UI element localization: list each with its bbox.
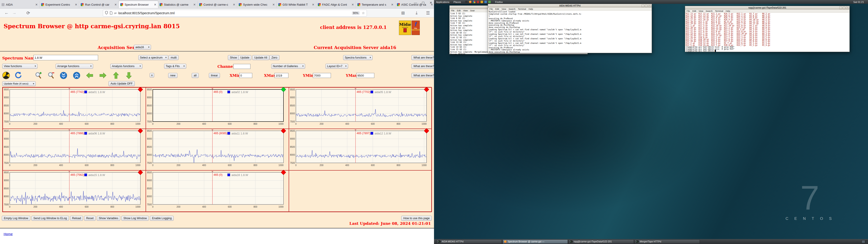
panel-clock[interactable]: Sat 01:21 (853, 1, 864, 3)
tab-close-icon[interactable]: ✕ (75, 3, 77, 6)
menu-item-file[interactable]: File (686, 10, 690, 12)
app-launcher-icon-3[interactable] (480, 1, 483, 3)
terminal-launcher-icon[interactable] (465, 1, 468, 3)
browser-tab-10[interactable]: Temperature and s✕ (356, 1, 395, 8)
browser-tab-5[interactable]: Statistics @ carme✕ (158, 1, 197, 8)
close-icon[interactable]: ✕ (429, 1, 433, 4)
number-of-galleries-dropdown[interactable]: Number of Galleries▾ (271, 64, 305, 69)
menu-item-edit[interactable]: Edit (495, 8, 499, 10)
url-bar[interactable]: o= localhost:8015/Spectrum/Spectrum.tml … (103, 10, 367, 17)
collapse-y-icon[interactable] (60, 72, 67, 79)
maximize-icon[interactable]: □ (843, 6, 845, 9)
zoom-level-badge[interactable]: 90% (352, 11, 360, 15)
update-button[interactable]: Update (238, 55, 251, 60)
log-button-1[interactable]: Empty Log Window (2, 216, 30, 221)
taskbar-item-4[interactable]: >_Merger/Tape HTTPd (635, 240, 700, 244)
update-rate-dropdown[interactable]: Update Rate (4 secs)▾ (2, 81, 36, 86)
midas-logo[interactable]: Midas powered by (399, 21, 411, 35)
x-axis-button[interactable]: x (150, 73, 154, 78)
menu-item-view[interactable]: View (463, 9, 468, 12)
pan-right-icon[interactable] (99, 72, 107, 79)
tcl-powered-logo[interactable]: 𝒇 TCL POWERED (412, 21, 420, 35)
xmax-input[interactable] (274, 73, 288, 78)
spectrum-panel-aida01[interactable]: 0200400600800100095009000850080007500465… (3, 87, 146, 129)
taskbar-item-3[interactable]: >_npg@carme-gsi:/TapeData/G22-201 (569, 240, 634, 244)
layout-id-dropdown[interactable]: Layout ID=7▾ (326, 64, 348, 69)
close-icon[interactable]: × (846, 6, 849, 9)
log-button-6[interactable]: Show Log Window (121, 216, 149, 221)
reader-mode-icon[interactable]: o= (114, 12, 117, 14)
pan-up-icon[interactable] (112, 72, 120, 79)
maximize-icon[interactable]: □ (645, 4, 648, 7)
tab-close-icon[interactable]: ✕ (272, 3, 275, 6)
linear-button[interactable]: linear (209, 73, 220, 78)
update-all-button[interactable]: Update All (252, 55, 269, 60)
spectrum-panel-aida11[interactable]: 0200400600800100095009000850080007500465… (146, 129, 289, 170)
arrange-functions-dropdown[interactable]: Arrange functions▾ (56, 64, 93, 69)
how-to-use-button[interactable]: How to use this page (401, 216, 432, 221)
browser-tab-4[interactable]: Spectrum Browser✕ (119, 1, 158, 8)
analysis-functions-dropdown[interactable]: Analysis functions▾ (110, 64, 143, 69)
app-launcher-icon-4[interactable] (485, 1, 487, 3)
taskbar-item-1[interactable]: >_AIDA MIDAS HTTPd (437, 240, 502, 244)
auto-update-button[interactable]: Auto Update OFF (108, 81, 135, 86)
focused-app-label[interactable]: Firefox (495, 1, 503, 3)
what-are-these-button-2[interactable]: What are these? (411, 64, 436, 69)
minimize-icon[interactable]: – (839, 6, 842, 9)
tab-close-icon[interactable]: ✕ (193, 3, 196, 6)
home-link[interactable]: Home (4, 232, 13, 236)
browser-tab-9[interactable]: FADC Align & Cont✕ (316, 1, 356, 8)
all-button[interactable]: all (192, 73, 199, 78)
tab-close-icon[interactable]: ✕ (391, 3, 394, 6)
spectrum-name-input[interactable] (33, 55, 98, 60)
tab-close-icon[interactable]: ✕ (35, 3, 38, 6)
reload-icon[interactable]: ⟳ (24, 10, 32, 16)
log-button-2[interactable]: Send Log Window to ELog (31, 216, 69, 221)
menu-item-search[interactable]: Search (508, 8, 515, 10)
library-icon[interactable]: ⊞ (399, 10, 407, 16)
spectrum-panel-aida02[interactable]: 0200400600800100095009000850080007500465… (146, 87, 289, 129)
maximize-icon[interactable]: ▢ (421, 1, 425, 4)
menu-item-help[interactable]: Help (725, 10, 730, 12)
log-button-7[interactable]: Enable Logging (150, 216, 174, 221)
tab-close-icon[interactable]: ✕ (233, 3, 235, 6)
multi-button[interactable]: multi (168, 55, 179, 60)
acquisition-server-select[interactable]: aida16▾ (134, 45, 151, 50)
forward-icon[interactable]: → (10, 10, 18, 16)
applications-menu[interactable]: Applications (436, 1, 450, 3)
minimize-icon[interactable]: — (414, 1, 417, 4)
new-button[interactable]: new (168, 73, 178, 78)
hamburger-menu-icon[interactable]: ☰ (424, 10, 432, 16)
app-launcher-icon-5[interactable] (488, 1, 491, 3)
pan-down-icon[interactable] (125, 72, 133, 79)
page-info-icon[interactable] (110, 11, 112, 15)
midas-terminal-titlebar[interactable]: AIDA MIDAS HTTPd –□× (488, 4, 652, 7)
menu-item-edit[interactable]: Edit (457, 9, 460, 12)
zoom-out-icon[interactable] (47, 72, 55, 79)
browser-tab-6[interactable]: Control @ carme-c✕ (197, 1, 237, 8)
back-icon[interactable]: ← (3, 10, 10, 16)
what-are-these-button-3[interactable]: What are these? (411, 73, 436, 78)
spectra-functions-dropdown[interactable]: Spectra functions▾ (343, 55, 373, 60)
browser-tab-3[interactable]: Run Control @ car✕ (79, 1, 119, 8)
menu-item-terminal[interactable]: Terminal (715, 10, 723, 12)
ymax-input[interactable] (356, 73, 374, 78)
minimize-icon[interactable]: – (642, 4, 644, 7)
spectrum-panel-aida16[interactable]: 0200400600800100095009000850080007500465… (146, 170, 289, 212)
ymin-input[interactable] (313, 73, 331, 78)
tab-close-icon[interactable]: ✕ (114, 3, 117, 6)
menu-item-terminal[interactable]: Terminal (518, 8, 526, 10)
browser-tab-7[interactable]: System wide Chec✕ (237, 1, 277, 8)
log-button-4[interactable]: Reset (84, 216, 96, 221)
view-functions-dropdown[interactable]: View functions▾ (2, 64, 37, 69)
show-button[interactable]: Show (228, 55, 239, 60)
workspace-pager[interactable] (862, 240, 868, 243)
spectrum-panel-aida12[interactable]: 0200400600800100095009000850080007500465… (289, 129, 432, 170)
tab-close-icon[interactable]: ✕ (312, 3, 314, 6)
npg-tapedata-terminal-window[interactable]: npg@carme-gsi:/TapeData/G22-201 –□× File… (685, 6, 850, 52)
taskbar-item-2[interactable]: Spectrum Browser @ carme-gsi — (503, 240, 568, 244)
browser-tab-8[interactable]: GSI White Rabbit T✕ (277, 1, 316, 8)
bookmark-star-icon[interactable]: ☆ (362, 11, 365, 15)
places-menu[interactable]: Places (454, 1, 461, 3)
zero-button[interactable]: Zero (270, 55, 279, 60)
